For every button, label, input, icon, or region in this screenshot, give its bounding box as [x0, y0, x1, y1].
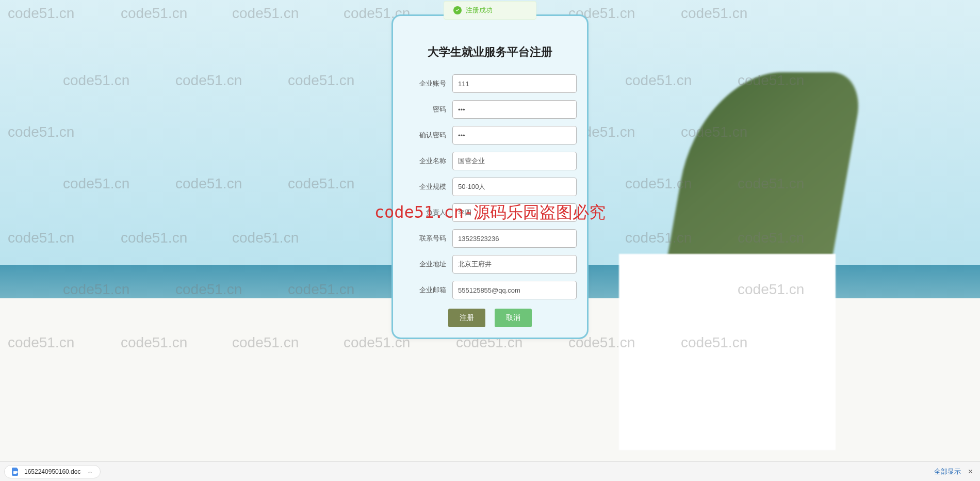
doc-file-icon: [12, 468, 19, 476]
input-email[interactable]: [452, 281, 577, 299]
row-password: 密码: [403, 100, 577, 119]
row-account: 企业账号: [403, 74, 577, 93]
label-leader: 负责人: [403, 208, 452, 217]
background-structure: [619, 254, 836, 450]
row-phone: 联系号码: [403, 229, 577, 248]
label-email: 企业邮箱: [403, 285, 452, 295]
success-toast: 注册成功: [444, 1, 536, 20]
button-row: 注册 取消: [403, 309, 577, 327]
label-confirm: 确认密码: [403, 131, 452, 140]
download-bar-right: 全部显示 ×: [934, 467, 980, 476]
register-card: 大学生就业服务平台注册 企业账号 密码 确认密码 企业名称 企业规模 负责人 联…: [391, 14, 589, 339]
label-company-scale: 企业规模: [403, 182, 452, 191]
row-name: 企业名称: [403, 152, 577, 170]
card-title: 大学生就业服务平台注册: [403, 44, 577, 60]
input-account[interactable]: [452, 74, 577, 93]
label-company-name: 企业名称: [403, 156, 452, 166]
input-address[interactable]: [452, 255, 577, 274]
input-confirm-password[interactable]: [452, 126, 577, 145]
download-filename: 1652240950160.doc: [24, 468, 80, 475]
input-phone[interactable]: [452, 229, 577, 248]
submit-button[interactable]: 注册: [448, 309, 485, 327]
row-email: 企业邮箱: [403, 281, 577, 299]
close-download-bar[interactable]: ×: [968, 467, 973, 476]
input-company-name[interactable]: [452, 152, 577, 170]
row-leader: 负责人: [403, 203, 577, 222]
row-scale: 企业规模: [403, 178, 577, 196]
chevron-up-icon: ︿: [88, 468, 93, 475]
download-item[interactable]: 1652240950160.doc ︿: [4, 465, 101, 478]
download-bar: 1652240950160.doc ︿ 全部显示 ×: [0, 461, 980, 481]
row-confirm: 确认密码: [403, 126, 577, 145]
row-address: 企业地址: [403, 255, 577, 274]
input-company-scale[interactable]: [452, 178, 577, 196]
cancel-button[interactable]: 取消: [495, 309, 532, 327]
show-all-downloads[interactable]: 全部显示: [934, 467, 961, 476]
toast-message: 注册成功: [466, 6, 493, 15]
check-circle-icon: [453, 6, 462, 14]
label-phone: 联系号码: [403, 234, 452, 243]
input-leader[interactable]: [452, 203, 577, 222]
label-account: 企业账号: [403, 79, 452, 88]
label-address: 企业地址: [403, 260, 452, 269]
input-password[interactable]: [452, 100, 577, 119]
label-password: 密码: [403, 105, 452, 114]
